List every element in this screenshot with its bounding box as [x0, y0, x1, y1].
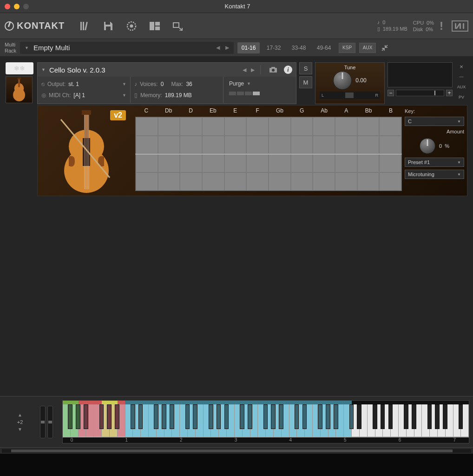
- snapshot-icon[interactable]: [269, 66, 277, 73]
- tune-knob[interactable]: [333, 71, 352, 90]
- range-49-64[interactable]: 49-64: [313, 42, 335, 53]
- white-key[interactable]: [204, 404, 211, 437]
- alert-icon[interactable]: !: [440, 19, 442, 33]
- instrument-thumbnail[interactable]: [6, 76, 33, 103]
- aux-instrument-button[interactable]: AUX: [457, 83, 466, 91]
- close-window[interactable]: [5, 4, 10, 9]
- white-key[interactable]: [235, 404, 243, 437]
- white-key[interactable]: [321, 404, 328, 437]
- midi-ch-row[interactable]: ◎ MIDI Ch: [A] 1 ▼: [41, 90, 126, 101]
- max-voices[interactable]: 36: [186, 81, 192, 87]
- white-key[interactable]: [63, 404, 71, 437]
- white-key[interactable]: [102, 404, 110, 437]
- next-multi-icon[interactable]: ▶: [225, 45, 229, 51]
- tune-value[interactable]: 0.00: [355, 77, 366, 84]
- white-key[interactable]: [446, 404, 453, 437]
- pan-slider[interactable]: L R: [320, 92, 380, 99]
- white-key[interactable]: [407, 404, 414, 437]
- key-selector[interactable]: C▼: [405, 117, 464, 126]
- range-33-48[interactable]: 33-48: [288, 42, 310, 53]
- white-key[interactable]: [172, 404, 180, 437]
- white-key[interactable]: [344, 404, 352, 437]
- white-key[interactable]: [94, 404, 102, 437]
- white-key[interactable]: [274, 404, 282, 437]
- white-key[interactable]: [86, 404, 94, 437]
- white-key[interactable]: [219, 404, 227, 437]
- white-key[interactable]: [125, 404, 133, 437]
- horizontal-scrollbar[interactable]: [0, 447, 473, 454]
- purge-menu[interactable]: Purge ▼: [225, 79, 263, 89]
- white-key[interactable]: [313, 404, 321, 437]
- white-key[interactable]: [258, 404, 266, 437]
- white-key[interactable]: [297, 404, 305, 437]
- collapse-instrument-icon[interactable]: ▼: [41, 67, 46, 72]
- range-01-16[interactable]: 01-16: [237, 42, 260, 53]
- white-key[interactable]: [368, 404, 375, 437]
- save-icon[interactable]: [102, 20, 115, 33]
- pitch-wheel[interactable]: [40, 406, 46, 438]
- info-icon[interactable]: i: [284, 66, 292, 74]
- white-key[interactable]: [360, 404, 368, 437]
- white-key[interactable]: [375, 404, 383, 437]
- amount-knob[interactable]: [420, 138, 435, 154]
- white-key[interactable]: [110, 404, 118, 437]
- virtual-keyboard[interactable]: 01234567: [62, 400, 469, 443]
- white-key[interactable]: [266, 404, 274, 437]
- white-key[interactable]: [414, 404, 422, 437]
- pv-button[interactable]: PV: [459, 93, 464, 101]
- white-key[interactable]: [71, 404, 79, 437]
- white-key[interactable]: [250, 404, 258, 437]
- white-key[interactable]: [453, 404, 461, 437]
- white-key[interactable]: [211, 404, 219, 437]
- minimize-instrument-icon[interactable]: —: [460, 73, 464, 81]
- close-instrument-icon[interactable]: ×: [460, 62, 463, 71]
- solo-button[interactable]: S: [299, 62, 312, 74]
- amount-value[interactable]: 0: [439, 143, 442, 149]
- prev-instrument-icon[interactable]: ◀: [243, 67, 246, 73]
- minimize-window[interactable]: [14, 4, 20, 9]
- octave-up-icon[interactable]: ▲: [18, 412, 22, 417]
- octave-down-icon[interactable]: ▼: [18, 427, 22, 432]
- white-key[interactable]: [391, 404, 399, 437]
- white-key[interactable]: [133, 404, 141, 437]
- ni-logo-icon[interactable]: [452, 20, 468, 32]
- collapse-icon[interactable]: [380, 43, 390, 53]
- white-key[interactable]: [79, 404, 86, 437]
- volume-slider[interactable]: [396, 90, 444, 96]
- rack-view-icon[interactable]: [148, 20, 161, 33]
- white-key[interactable]: [164, 404, 172, 437]
- prev-multi-icon[interactable]: ◀: [216, 45, 220, 51]
- white-key[interactable]: [461, 404, 469, 437]
- white-key[interactable]: [336, 404, 344, 437]
- mod-wheel[interactable]: [47, 406, 53, 438]
- tuning-grid[interactable]: [135, 117, 402, 191]
- white-key[interactable]: [149, 404, 157, 437]
- white-key[interactable]: [188, 404, 196, 437]
- white-key[interactable]: [383, 404, 391, 437]
- white-key[interactable]: [141, 404, 149, 437]
- white-key[interactable]: [180, 404, 188, 437]
- freeze-button[interactable]: ❄❄: [6, 62, 33, 74]
- preset-selector[interactable]: Preset #1▼: [405, 158, 464, 167]
- white-key[interactable]: [305, 404, 313, 437]
- vol-minus[interactable]: −: [388, 90, 394, 96]
- white-key[interactable]: [157, 404, 164, 437]
- white-key[interactable]: [328, 404, 336, 437]
- white-key[interactable]: [118, 404, 125, 437]
- white-key[interactable]: [422, 404, 430, 437]
- white-key[interactable]: [438, 404, 446, 437]
- white-key[interactable]: [227, 404, 235, 437]
- white-key[interactable]: [352, 404, 360, 437]
- multi-selector[interactable]: ▼ Empty Multi ◀ ▶: [20, 42, 234, 54]
- settings-icon[interactable]: [125, 20, 138, 33]
- minimize-view-icon[interactable]: [171, 20, 184, 33]
- white-key[interactable]: [289, 404, 297, 437]
- white-key[interactable]: [430, 404, 438, 437]
- aux-button[interactable]: AUX: [359, 43, 376, 53]
- white-key[interactable]: [399, 404, 407, 437]
- zoom-window[interactable]: [23, 4, 29, 9]
- white-key[interactable]: [243, 404, 250, 437]
- output-row[interactable]: ⎋ Output: st. 1 ▼: [41, 79, 126, 90]
- ksp-button[interactable]: KSP: [339, 43, 355, 53]
- library-icon[interactable]: [79, 20, 92, 33]
